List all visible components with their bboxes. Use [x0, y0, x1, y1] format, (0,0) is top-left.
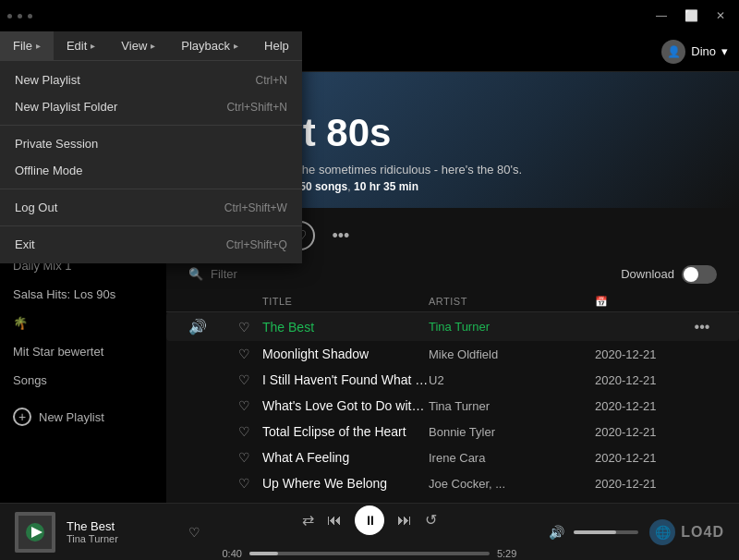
more-options-button[interactable]: •••: [326, 221, 356, 250]
player-heart-button[interactable]: ♡: [188, 525, 200, 540]
track-artist: Bonnie Tyler: [429, 425, 595, 439]
col-title: TITLE: [262, 296, 429, 308]
prev-button[interactable]: ⏮: [327, 512, 342, 529]
view-arrow: ▸: [151, 41, 155, 51]
track-list: 🔊♡The BestTina Turner•••♡Moonlight Shado…: [166, 312, 739, 496]
track-date: 2020-12-21: [595, 347, 687, 361]
pause-icon: ⏸: [364, 513, 377, 528]
menu-file[interactable]: File ▸: [0, 31, 54, 60]
sidebar-bottom: + New Playlist: [0, 395, 166, 439]
menu-divider-3: [0, 225, 302, 226]
file-dropdown: New Playlist Ctrl+N New Playlist Folder …: [0, 61, 302, 263]
new-playlist-folder-menu-item[interactable]: New Playlist Folder Ctrl+Shift+N: [0, 93, 302, 120]
menu-overlay: File ▸ Edit ▸ View ▸ Playback ▸ Help New…: [0, 31, 302, 263]
menu-divider-1: [0, 125, 302, 126]
progress-fill: [249, 552, 278, 555]
sidebar-item-7[interactable]: Salsa Hits: Los 90s: [0, 280, 166, 309]
username-label: Dino: [691, 44, 716, 58]
track-row[interactable]: ♡I Still Haven't Found What I'm Lookin..…: [166, 367, 739, 393]
track-row[interactable]: 🔊♡The BestTina Turner•••: [166, 312, 739, 341]
logout-menu-item[interactable]: Log Out Ctrl+Shift+W: [0, 194, 302, 221]
player-right-controls: 🔊: [549, 525, 638, 540]
track-heart-button[interactable]: ♡: [225, 320, 262, 335]
sidebar-item-9[interactable]: Mit Star bewertet: [0, 337, 166, 366]
title-bar-left: [7, 14, 32, 18]
player-thumbnail: [15, 512, 55, 553]
new-playlist-label: New Playlist: [39, 410, 104, 424]
col-more: [687, 296, 717, 308]
menu-help[interactable]: Help: [251, 31, 302, 60]
track-more-button[interactable]: •••: [687, 319, 717, 335]
elapsed-time: 0:40: [222, 548, 241, 559]
shuffle-button[interactable]: ⇄: [302, 511, 314, 529]
user-area[interactable]: 👤 Dino ▾: [661, 40, 728, 64]
player-info: The Best Tina Turner: [67, 519, 177, 544]
dot1: [7, 14, 12, 18]
filter-bar: 🔍 Download: [166, 263, 739, 292]
track-playing-icon: 🔊: [188, 318, 225, 335]
private-session-menu-item[interactable]: Private Session: [0, 130, 302, 157]
progress-bar[interactable]: [249, 552, 490, 555]
track-heart-button[interactable]: ♡: [225, 424, 262, 439]
track-title: Moonlight Shadow: [262, 347, 429, 361]
col-heart: [225, 296, 262, 308]
menu-view[interactable]: View ▸: [108, 31, 168, 60]
watermark: 🌐 LO4D: [649, 519, 724, 545]
track-artist: Mike Oldfield: [429, 347, 595, 361]
track-heart-button[interactable]: ♡: [225, 398, 262, 413]
playback-arrow: ▸: [234, 41, 238, 51]
window-controls: — ⬜ ✕: [650, 5, 732, 27]
volume-icon[interactable]: 🔊: [549, 525, 564, 540]
sidebar-item-8[interactable]: 🌴: [0, 309, 166, 337]
next-button[interactable]: ⏭: [397, 512, 412, 529]
menu-divider-2: [0, 189, 302, 189]
track-row[interactable]: ♡What's Love Got to Do with ItTina Turne…: [166, 393, 739, 419]
track-date: 2020-12-21: [595, 373, 687, 387]
player-buttons: ⇄ ⏮ ⏸ ⏭ ↺: [302, 505, 437, 535]
download-label: Download: [621, 267, 674, 281]
track-row[interactable]: ♡Moonlight ShadowMike Oldfield2020-12-21: [166, 341, 739, 367]
volume-fill: [574, 530, 616, 534]
player-track-artist: Tina Turner: [67, 533, 177, 544]
menu-edit[interactable]: Edit ▸: [54, 31, 108, 60]
repeat-button[interactable]: ↺: [425, 511, 437, 529]
playlist-duration: 10 hr 35 min: [354, 180, 418, 193]
player-track-info: The Best Tina Turner ♡: [67, 519, 200, 544]
offline-mode-menu-item[interactable]: Offline Mode: [0, 157, 302, 184]
col-date: 📅: [595, 296, 687, 308]
track-row[interactable]: ♡Up Where We BelongJoe Cocker, ...2020-1…: [166, 470, 739, 496]
track-title: Total Eclipse of the Heart: [262, 424, 429, 439]
track-artist: Joe Cocker, ...: [429, 477, 595, 491]
minimize-button[interactable]: —: [650, 5, 672, 27]
file-arrow: ▸: [36, 41, 41, 51]
new-playlist-menu-item[interactable]: New Playlist Ctrl+N: [0, 67, 302, 93]
close-button[interactable]: ✕: [709, 5, 732, 27]
track-row[interactable]: ♡Total Eclipse of the HeartBonnie Tyler2…: [166, 419, 739, 444]
track-row[interactable]: ♡What A FeelingIrene Cara2020-12-21: [166, 444, 739, 470]
exit-menu-item[interactable]: Exit Ctrl+Shift+Q: [0, 231, 302, 258]
play-pause-button[interactable]: ⏸: [355, 505, 384, 535]
track-title: I Still Haven't Found What I'm Lookin...: [262, 372, 429, 387]
player-track-title: The Best: [67, 519, 177, 533]
title-bar: — ⬜ ✕: [0, 0, 739, 31]
track-artist: Tina Turner: [429, 320, 595, 334]
sidebar-item-10[interactable]: Songs: [0, 366, 166, 395]
track-heart-button[interactable]: ♡: [225, 476, 262, 491]
maximize-button[interactable]: ⬜: [680, 5, 702, 27]
edit-arrow: ▸: [91, 41, 95, 51]
download-toggle[interactable]: [682, 265, 717, 284]
track-table-header: TITLE ARTIST 📅: [166, 292, 739, 312]
track-heart-button[interactable]: ♡: [225, 450, 262, 465]
track-date: 2020-12-21: [595, 425, 687, 439]
menu-playback[interactable]: Playback ▸: [168, 31, 251, 60]
volume-bar[interactable]: [574, 530, 638, 534]
total-time: 5:29: [497, 548, 516, 559]
track-heart-button[interactable]: ♡: [225, 347, 262, 361]
new-playlist-button[interactable]: + New Playlist: [13, 404, 153, 430]
dot2: [18, 14, 22, 18]
track-heart-button[interactable]: ♡: [225, 372, 262, 387]
filter-input[interactable]: [188, 263, 318, 285]
dot3: [28, 14, 32, 18]
plus-icon: +: [13, 408, 31, 426]
download-area: Download: [621, 265, 717, 284]
